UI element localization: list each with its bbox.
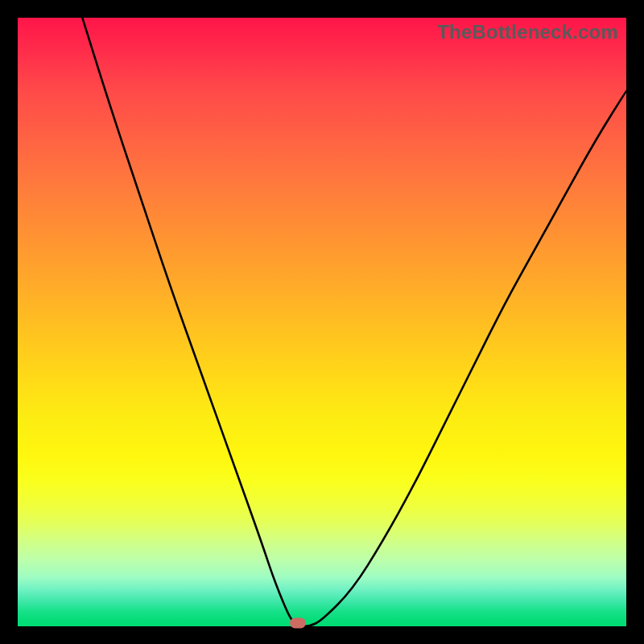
optimal-point-marker [290, 618, 306, 629]
chart-frame: TheBottleneck.com [0, 0, 644, 644]
chart-plot-area: TheBottleneck.com [18, 18, 626, 626]
bottleneck-curve [18, 18, 626, 626]
